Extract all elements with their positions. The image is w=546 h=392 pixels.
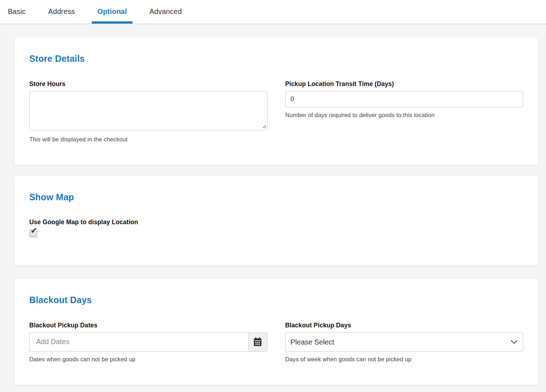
store-details-card: Store Details Store Hours This will be d… [14,37,538,165]
blackout-pickup-days-label: Blackout Pickup Days [285,322,524,329]
checkmark-icon: ✔ [30,226,37,235]
calendar-icon [253,337,262,347]
blackout-pickup-days-helper: Days of week when goods can not be picke… [285,356,524,363]
store-hours-textarea[interactable] [29,91,267,130]
store-hours-field: Store Hours This will be displayed in th… [29,80,267,143]
store-details-fields: Store Hours This will be displayed in th… [29,80,523,143]
blackout-pickup-dates-label: Blackout Pickup Dates [29,322,267,329]
store-details-title: Store Details [29,54,523,64]
content-area: Store Details Store Hours This will be d… [0,24,546,392]
blackout-days-fields: Blackout Pickup Dates [29,322,523,363]
use-google-map-label: Use Google Map to display Location [29,218,523,226]
transit-time-label: Pickup Location Transit Time (Days) [285,80,524,88]
tab-basic[interactable]: Basic [2,0,31,24]
transit-time-helper: Number of days required to deliver goods… [285,112,524,119]
tab-optional[interactable]: Optional [92,0,133,24]
show-map-card: Show Map Use Google Map to display Locat… [14,176,538,266]
blackout-pickup-dates-group [29,332,267,352]
blackout-pickup-dates-field: Blackout Pickup Dates [29,322,267,363]
use-google-map-field: Use Google Map to display Location ✔ [29,218,523,237]
transit-time-field: Pickup Location Transit Time (Days) Numb… [285,80,524,119]
tab-advanced[interactable]: Advanced [144,0,187,24]
blackout-days-card: Blackout Days Blackout Pickup Dates [14,279,538,385]
store-hours-textarea-wrap [29,91,267,132]
blackout-days-title: Blackout Days [29,295,523,305]
use-google-map-checkbox[interactable]: ✔ [29,229,37,237]
blackout-pickup-dates-helper: Dates when goods can not be picked up [29,356,267,363]
blackout-pickup-days-select[interactable]: Please Select [285,332,524,352]
blackout-pickup-days-select-wrap: Please Select [285,332,524,352]
store-hours-helper: This will be displayed in the checkout [29,136,267,143]
tab-bar: Basic Address Optional Advanced [0,0,546,24]
transit-time-input[interactable] [285,91,524,107]
show-map-title: Show Map [29,192,523,202]
blackout-pickup-days-field: Blackout Pickup Days Please Select Days … [285,322,524,363]
store-hours-label: Store Hours [29,80,267,88]
tab-address[interactable]: Address [42,0,81,24]
blackout-pickup-dates-input[interactable] [29,332,248,352]
open-date-picker-button[interactable] [248,332,267,352]
